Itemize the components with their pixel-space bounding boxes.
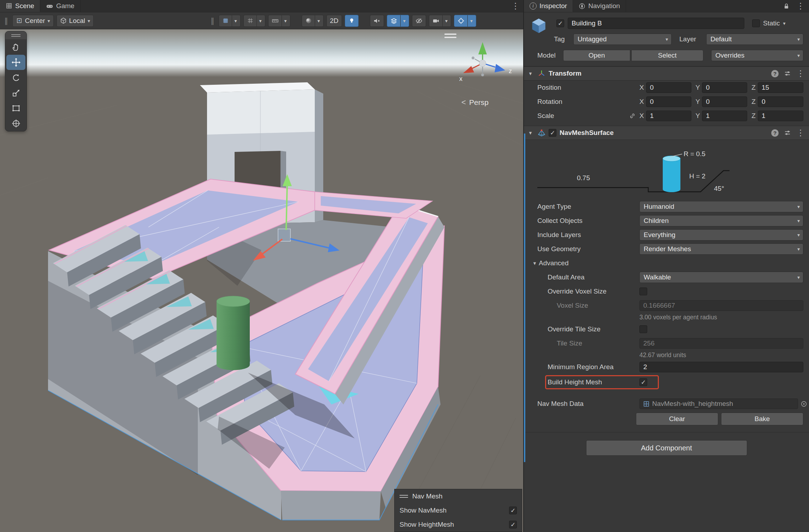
grid-visibility-button[interactable] bbox=[219, 15, 241, 27]
chevron-down-icon[interactable] bbox=[467, 15, 473, 26]
foldout-icon[interactable] bbox=[528, 71, 535, 76]
gameobject-active-checkbox[interactable] bbox=[556, 19, 564, 27]
rect-tool-button[interactable] bbox=[5, 101, 26, 116]
shading-mode-button[interactable] bbox=[302, 15, 324, 27]
use-geometry-value: Render Meshes bbox=[644, 245, 691, 253]
snap-settings-button[interactable] bbox=[268, 15, 290, 27]
override-tile-checkbox[interactable] bbox=[639, 325, 647, 333]
clear-button[interactable]: Clear bbox=[636, 413, 718, 425]
agent-type-dropdown[interactable]: Humanoid bbox=[639, 201, 803, 212]
collect-objects-dropdown[interactable]: Children bbox=[639, 215, 803, 226]
help-icon[interactable] bbox=[771, 70, 779, 77]
position-x-field[interactable]: 0 bbox=[646, 82, 691, 93]
navmesh-panel-header[interactable]: Nav Mesh bbox=[395, 489, 522, 503]
tab-navigation[interactable]: Navigation bbox=[573, 0, 626, 12]
static-dropdown-icon[interactable] bbox=[783, 21, 786, 26]
speaker-muted-icon bbox=[373, 17, 380, 24]
object-picker-icon[interactable] bbox=[800, 400, 808, 408]
inspector-menu-icon[interactable] bbox=[796, 2, 805, 10]
link-constrain-icon[interactable] bbox=[629, 112, 636, 119]
scene-tabstrip: Scene Game bbox=[0, 0, 523, 12]
pivot-mode-label: Center bbox=[25, 17, 45, 25]
gameobject-name-field[interactable]: Building B bbox=[568, 18, 744, 29]
scale-y-field[interactable]: 1 bbox=[702, 111, 747, 121]
transform-component-header[interactable]: Transform bbox=[524, 66, 809, 81]
scene-visibility-button[interactable] bbox=[412, 15, 426, 27]
help-icon[interactable] bbox=[771, 129, 779, 137]
persp-label[interactable]: Persp bbox=[469, 98, 489, 106]
build-height-mesh-checkbox[interactable] bbox=[639, 378, 647, 386]
scale-tool-button[interactable] bbox=[5, 85, 26, 101]
2d-toggle-button[interactable]: 2D bbox=[326, 15, 342, 27]
toolbar-drag-handle-icon[interactable] bbox=[3, 17, 10, 25]
chevron-down-icon[interactable] bbox=[400, 15, 406, 26]
nav-mesh-data-field[interactable]: NavMesh-with_heightmesh bbox=[639, 398, 798, 409]
position-y-field[interactable]: 0 bbox=[702, 82, 747, 93]
rotate-tool-button[interactable] bbox=[5, 70, 26, 85]
tab-scene[interactable]: Scene bbox=[0, 0, 40, 12]
model-label: Model bbox=[537, 52, 563, 59]
include-layers-dropdown[interactable]: Everything bbox=[639, 229, 803, 241]
layer-dropdown[interactable]: Default bbox=[706, 34, 803, 45]
view-hand-tool-button[interactable] bbox=[5, 39, 26, 54]
effects-toggle-button[interactable] bbox=[387, 15, 409, 27]
chevron-down-icon bbox=[48, 18, 50, 23]
bake-buttons-row: Clear Bake bbox=[524, 411, 803, 427]
camera-settings-button[interactable] bbox=[429, 15, 451, 27]
position-z-field[interactable]: 15 bbox=[758, 82, 803, 93]
voxel-size-label: Voxel Size bbox=[524, 302, 639, 309]
tag-dropdown[interactable]: Untagged bbox=[573, 34, 672, 45]
add-component-button[interactable]: Add Component bbox=[586, 440, 747, 456]
component-menu-icon[interactable] bbox=[796, 69, 805, 78]
agent-cylinder bbox=[663, 159, 680, 192]
scale-x-field[interactable]: 1 bbox=[646, 111, 691, 121]
navmeshsurface-enabled-checkbox[interactable] bbox=[549, 129, 556, 137]
foldout-icon[interactable] bbox=[528, 130, 535, 136]
bake-button[interactable]: Bake bbox=[721, 413, 803, 425]
component-menu-icon[interactable] bbox=[796, 129, 805, 137]
gizmos-toggle-button[interactable] bbox=[454, 15, 476, 27]
scale-z-field[interactable]: 1 bbox=[758, 111, 803, 121]
chevron-down-icon[interactable] bbox=[282, 15, 287, 26]
model-select-button[interactable]: Select bbox=[631, 50, 703, 61]
chevron-down-icon[interactable] bbox=[256, 15, 262, 26]
chevron-down-icon[interactable] bbox=[442, 15, 448, 26]
scene-tabstrip-menu-icon[interactable] bbox=[511, 2, 520, 10]
transform-tool-button[interactable] bbox=[5, 116, 26, 131]
navmeshsurface-component-header[interactable]: NavMeshSurface bbox=[524, 126, 809, 140]
chevron-down-icon[interactable] bbox=[315, 15, 320, 26]
advanced-foldout[interactable]: Advanced bbox=[524, 256, 809, 270]
scene-viewport[interactable]: x z < Persp bbox=[0, 29, 523, 532]
rotation-y-field[interactable]: 0 bbox=[702, 96, 747, 107]
chevron-down-icon bbox=[797, 53, 800, 58]
presets-icon[interactable] bbox=[784, 129, 791, 136]
grid-snapping-button[interactable] bbox=[243, 15, 265, 27]
tool-handle-position-button[interactable]: Center bbox=[12, 15, 54, 27]
audio-toggle-button[interactable] bbox=[370, 15, 384, 27]
tab-inspector[interactable]: Inspector bbox=[524, 0, 573, 12]
tool-handle-rotation-button[interactable]: Local bbox=[57, 15, 94, 27]
cylinder-obstacle[interactable] bbox=[217, 296, 250, 370]
presets-icon[interactable] bbox=[784, 70, 791, 77]
model-open-button[interactable]: Open bbox=[563, 50, 630, 61]
move-tool-button[interactable] bbox=[6, 55, 25, 70]
toolbar-drag-handle-icon[interactable] bbox=[209, 17, 216, 25]
min-region-field[interactable]: 2 bbox=[639, 362, 803, 372]
chevron-down-icon[interactable] bbox=[232, 15, 237, 26]
axis-x-label: X bbox=[639, 98, 644, 106]
rotation-x-field[interactable]: 0 bbox=[646, 96, 691, 107]
default-area-dropdown[interactable]: Walkable bbox=[639, 272, 803, 283]
axis-center-icon[interactable] bbox=[479, 60, 486, 67]
use-geometry-dropdown[interactable]: Render Meshes bbox=[639, 243, 803, 255]
rotation-row: Rotation X0 Y0 Z0 bbox=[524, 95, 809, 109]
lighting-toggle-button[interactable] bbox=[345, 15, 359, 27]
palette-drag-handle[interactable] bbox=[5, 31, 26, 39]
lock-icon[interactable] bbox=[783, 2, 790, 10]
tab-game[interactable]: Game bbox=[40, 0, 81, 12]
overrides-dropdown[interactable]: Overrides bbox=[711, 50, 803, 61]
show-heightmesh-checkbox[interactable] bbox=[509, 521, 517, 528]
override-voxel-checkbox[interactable] bbox=[639, 288, 647, 295]
static-checkbox[interactable] bbox=[752, 19, 760, 27]
rotation-z-field[interactable]: 0 bbox=[758, 96, 803, 107]
show-navmesh-checkbox[interactable] bbox=[509, 507, 517, 514]
